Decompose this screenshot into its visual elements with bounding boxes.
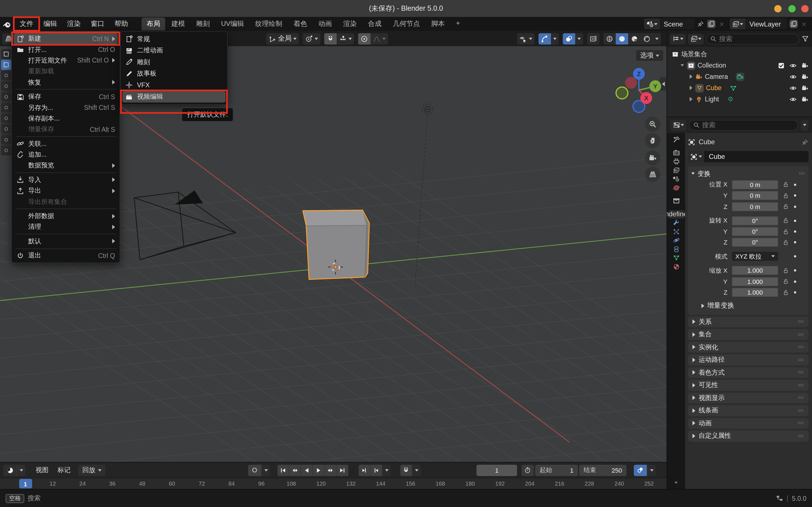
frame-step-dropdown[interactable] xyxy=(382,464,391,476)
zoom-button[interactable] xyxy=(788,5,796,12)
shading-material-button[interactable] xyxy=(628,33,641,44)
panel-关系[interactable]: 关系 xyxy=(688,316,809,327)
file-menu-item-打开近期文件[interactable]: 打开近期文件Shift Ctrl O xyxy=(12,55,119,66)
prev-keyframe-button[interactable] xyxy=(289,464,301,476)
lock-icon[interactable] xyxy=(783,193,789,199)
new-scene-button[interactable] xyxy=(707,20,716,28)
transform-orientation-dropdown[interactable]: 全局 xyxy=(266,33,299,44)
outliner-display-mode-dropdown[interactable] xyxy=(670,34,686,44)
file-menu-item-清理[interactable]: 清理 xyxy=(12,222,119,233)
timeline-menu-标记[interactable]: 标记 xyxy=(53,464,75,476)
properties-tab-physics-tab[interactable] xyxy=(668,236,684,245)
field-Z[interactable]: 1.000 xyxy=(732,288,778,297)
navigation-gizmo[interactable]: ZYX xyxy=(608,66,664,119)
shading-dropdown[interactable] xyxy=(653,33,661,44)
blender-logo-icon[interactable] xyxy=(0,19,15,29)
menu-编辑[interactable]: 编辑 xyxy=(38,17,62,31)
outliner-row-Light[interactable]: Light xyxy=(667,94,812,105)
jump-to-end-button[interactable] xyxy=(337,464,349,476)
new-submenu-item-二维动画[interactable]: 二维动画 xyxy=(121,45,227,56)
eye-icon[interactable] xyxy=(790,96,797,103)
properties-tab-collection-tab[interactable] xyxy=(668,196,684,205)
frame-end-field[interactable]: 结束 250 xyxy=(579,464,626,476)
expand-icon[interactable] xyxy=(688,97,694,101)
new-submenu-item-VFX[interactable]: VFX xyxy=(121,79,227,91)
animate-dot[interactable] xyxy=(794,291,796,293)
file-menu-item-数据预览[interactable]: 数据预览 xyxy=(12,160,119,171)
frame-start-field[interactable]: 起始 1 xyxy=(535,464,578,476)
drag-grip-icon[interactable] xyxy=(797,395,804,401)
outliner-row-Collection[interactable]: Collection xyxy=(667,60,812,71)
zoom-button-viewport[interactable] xyxy=(645,117,660,132)
timeline-editor-type-button[interactable] xyxy=(3,464,26,476)
light-gizmo[interactable] xyxy=(422,104,433,115)
menu-文件[interactable]: 文件 xyxy=(15,17,38,31)
drag-grip-icon[interactable] xyxy=(797,319,804,325)
play-reverse-button[interactable] xyxy=(301,464,313,476)
pin-icon[interactable] xyxy=(697,20,704,27)
proportional-edit-toggle[interactable] xyxy=(358,33,370,44)
tool-button-6[interactable] xyxy=(1,113,11,123)
panel-自定义属性[interactable]: 自定义属性 xyxy=(688,431,809,441)
properties-tab-constraint-tab[interactable] xyxy=(668,245,684,253)
menu-窗口[interactable]: 窗口 xyxy=(86,17,109,31)
tool-options-dropdown[interactable]: 选项 xyxy=(636,50,663,61)
overlays-dropdown[interactable] xyxy=(575,33,583,44)
drag-grip-icon[interactable] xyxy=(799,170,805,177)
camera-restrict-icon[interactable] xyxy=(801,62,809,69)
file-menu-item-重新加载[interactable]: 重新加载 xyxy=(12,66,119,77)
field-旋转 X[interactable]: 0° xyxy=(732,216,778,225)
ortho-toggle-button[interactable] xyxy=(645,167,660,182)
properties-tab-object-tab[interactable]: undefined xyxy=(668,210,684,219)
lock-icon[interactable] xyxy=(783,289,789,295)
playback-snap-dropdown[interactable] xyxy=(412,464,421,476)
workspace-tab-脚本[interactable]: 脚本 xyxy=(426,17,450,31)
file-menu-item-导出所有集合[interactable]: 导出所有集合 xyxy=(12,196,119,207)
camera-view-button[interactable] xyxy=(645,151,660,166)
field-Z[interactable]: 0 m xyxy=(732,202,778,211)
xray-toggle[interactable] xyxy=(587,33,599,44)
add-workspace-button[interactable]: + xyxy=(451,17,465,31)
workspace-tab-渲染[interactable]: 渲染 xyxy=(338,17,362,31)
file-menu-item-追加[interactable]: 追加... xyxy=(12,149,119,160)
properties-tab-tool-tab[interactable] xyxy=(668,135,684,144)
lock-icon[interactable] xyxy=(783,217,789,224)
file-menu-item-退出[interactable]: 退出Ctrl Q xyxy=(12,250,119,261)
animate-dot[interactable] xyxy=(794,205,796,208)
workspace-tab-几何节点[interactable]: 几何节点 xyxy=(388,17,425,31)
transform-panel-header[interactable]: 变换 xyxy=(691,168,805,179)
animate-dot[interactable] xyxy=(794,184,796,186)
current-frame-field[interactable]: 1 xyxy=(476,464,517,476)
animate-dot[interactable] xyxy=(794,219,796,222)
file-menu-item-导出[interactable]: 导出 xyxy=(12,185,119,196)
menu-渲染[interactable]: 渲染 xyxy=(62,17,86,31)
new-submenu-item-常规[interactable]: 常规 xyxy=(121,33,227,45)
scene-browse-button[interactable] xyxy=(644,18,660,29)
outliner-row-Camera[interactable]: Camera xyxy=(667,71,812,82)
falloff-dropdown[interactable] xyxy=(370,33,388,44)
workspace-tab-建模[interactable]: 建模 xyxy=(166,17,190,31)
cube-object[interactable] xyxy=(303,210,369,279)
lock-icon[interactable] xyxy=(783,239,789,245)
properties-editor-type-button[interactable] xyxy=(670,120,686,130)
animate-dot[interactable] xyxy=(794,281,796,283)
drag-grip-icon[interactable] xyxy=(797,382,804,389)
tool-button-9[interactable] xyxy=(1,145,11,156)
file-menu-item-增量保存[interactable]: 增量保存Ctrl Alt S xyxy=(12,124,119,135)
title-bar[interactable]: (未保存) - Blender 5.0.0 xyxy=(0,0,812,17)
next-keyframe-button[interactable] xyxy=(325,464,337,476)
file-menu-item-保存副本[interactable]: 保存副本... xyxy=(12,113,119,124)
field-Y[interactable]: 1.000 xyxy=(732,277,778,286)
properties-tab-render-tab[interactable] xyxy=(668,149,684,157)
new-submenu-item-故事板[interactable]: 故事板 xyxy=(121,68,227,79)
properties-tab-modifier-tab[interactable] xyxy=(668,219,684,227)
panel-视图显示[interactable]: 视图显示 xyxy=(688,392,809,403)
animate-dot[interactable] xyxy=(794,194,796,197)
collapse-icon[interactable] xyxy=(679,64,686,66)
playback-menu[interactable]: 回放 xyxy=(79,464,105,476)
tool-button-7[interactable] xyxy=(1,124,11,134)
panel-线条画[interactable]: 线条画 xyxy=(688,405,809,416)
new-viewlayer-button[interactable] xyxy=(790,20,798,28)
close-button[interactable] xyxy=(801,5,809,12)
file-menu-item-打开[interactable]: 打开...Ctrl O xyxy=(12,44,119,55)
